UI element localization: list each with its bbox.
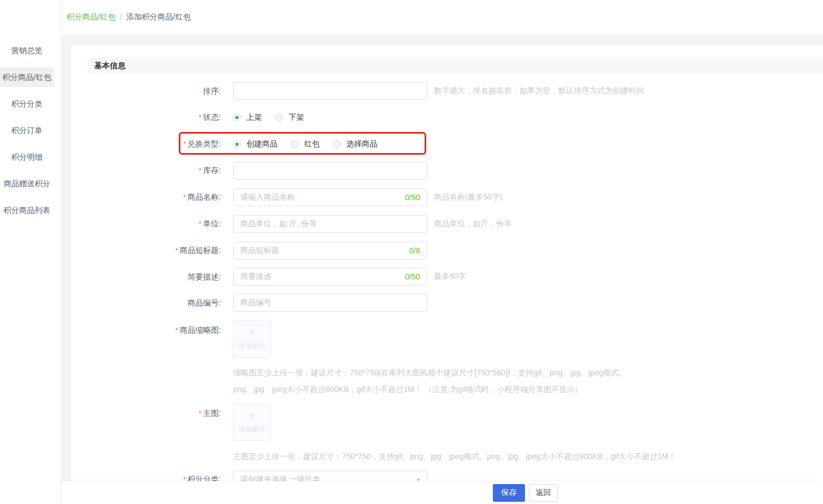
thumbnail-upload-button[interactable]: + 添加图片 <box>233 320 271 358</box>
category-label: *积分分类: <box>71 470 233 481</box>
category-select[interactable]: 请创建并选择 一级分类 ▾ <box>233 471 427 482</box>
topbar: 积分商品/红包 / 添加积分商品/红包 <box>62 0 823 34</box>
sidebar-item-points-order[interactable]: 积分订单 <box>0 120 54 140</box>
product-name-input[interactable]: 请输入商品名称 0/50 <box>233 189 427 206</box>
unit-placeholder: 商品单位，如 斤..份等 <box>240 219 317 229</box>
required-asterisk: * <box>183 193 186 201</box>
radio-icon <box>333 140 341 148</box>
radio-icon <box>233 140 241 148</box>
thumbnail-row: *商品缩略图: + 添加图片 缩略图至少上传一张，建议尺寸：750*750(在单… <box>71 320 823 395</box>
stock-label: *库存: <box>71 161 233 180</box>
radio-icon <box>291 140 299 148</box>
sidebar: 营销总览 积分商品/红包 积分分类 积分订单 积分明细 商品赠送积分 积分商品列… <box>0 0 61 504</box>
exchange-type-label: *兑换类型: <box>71 135 233 153</box>
plus-icon: + <box>249 327 255 338</box>
upload-label: 添加图片 <box>239 342 265 351</box>
status-option-off-shelf[interactable]: 下架 <box>275 113 304 123</box>
brief-hint: 最多50字 <box>434 272 466 282</box>
breadcrumb-current: 添加积分商品/红包 <box>127 12 191 22</box>
sidebar-item-marketing-overview[interactable]: 营销总览 <box>0 40 54 60</box>
unit-label: *单位: <box>71 215 233 233</box>
product-no-placeholder: 商品编号 <box>240 298 271 308</box>
required-asterisk: * <box>183 140 186 148</box>
brief-label: 简要描述: <box>71 268 233 286</box>
main-image-hint: 主图至少上传一张，建议尺寸：750*750，支持gif、png、jpg、jpeg… <box>233 452 676 462</box>
required-asterisk: * <box>199 113 201 121</box>
short-title-placeholder: 商品短标题 <box>240 246 279 256</box>
required-asterisk: * <box>199 166 201 175</box>
char-counter: 0/50 <box>405 193 420 202</box>
brief-placeholder: 简要描述 <box>240 272 271 282</box>
status-radio-group: 上架 下架 <box>233 109 317 126</box>
thumbnail-hint-line1: 缩略图至少上传一张，建议尺寸：750*750(在单列大图风格中建议尺寸[750*… <box>233 368 627 378</box>
required-asterisk: * <box>199 220 201 228</box>
unit-input[interactable]: 商品单位，如 斤..份等 <box>233 215 427 233</box>
product-name-row: *商品名称: 请输入商品名称 0/50 商品名称(最多50字) <box>71 188 823 206</box>
brief-input[interactable]: 简要描述 0/50 <box>233 268 427 286</box>
exchange-type-row: *兑换类型: 创建商品 红包 选择商品 <box>71 135 823 153</box>
radio-icon <box>233 114 241 121</box>
sidebar-menu: 营销总览 积分商品/红包 积分分类 积分订单 积分明细 商品赠送积分 积分商品列… <box>0 0 60 220</box>
char-counter: 0/50 <box>405 272 420 281</box>
status-option-on-shelf[interactable]: 上架 <box>233 113 262 123</box>
required-asterisk: * <box>199 409 201 418</box>
product-no-label: 商品编号: <box>71 294 233 312</box>
status-label: *状态: <box>71 108 233 126</box>
thumbnail-upload-area: + 添加图片 缩略图至少上传一张，建议尺寸：750*750(在单列大图风格中建议… <box>233 320 627 395</box>
sidebar-item-points-category[interactable]: 积分分类 <box>0 94 54 114</box>
char-counter: 0/8 <box>410 246 420 255</box>
form-card: 基本信息 排序: 数字越大，排名越靠前，如果为空，默认排序方式为创建时间 *状态… <box>71 45 823 481</box>
exchange-option-red-packet[interactable]: 红包 <box>291 139 320 149</box>
sort-hint: 数字越大，排名越靠前，如果为空，默认排序方式为创建时间 <box>434 86 644 96</box>
upload-label: 添加图片 <box>239 425 265 434</box>
product-name-placeholder: 请输入商品名称 <box>240 192 295 202</box>
basic-info-form: 排序: 数字越大，排名越靠前，如果为空，默认排序方式为创建时间 *状态: 上架 … <box>71 82 823 481</box>
breadcrumb-parent[interactable]: 积分商品/红包 <box>67 12 115 22</box>
status-row: *状态: 上架 下架 <box>71 108 823 126</box>
unit-row: *单位: 商品单位，如 斤..份等 商品单位，如斤，份等 <box>71 215 823 233</box>
breadcrumb-separator: / <box>120 13 122 22</box>
sort-row: 排序: 数字越大，排名越靠前，如果为空，默认排序方式为创建时间 <box>71 82 823 100</box>
short-title-row: *商品短标题: 商品短标题 0/8 <box>71 241 823 259</box>
main-image-label: *主图: <box>71 403 233 419</box>
required-asterisk: * <box>175 246 178 254</box>
sort-input[interactable] <box>233 82 427 100</box>
section-title: 基本信息 <box>88 57 823 74</box>
short-title-input[interactable]: 商品短标题 0/8 <box>233 242 427 259</box>
short-title-label: *商品短标题: <box>71 241 233 259</box>
category-row: *积分分类: 请创建并选择 一级分类 ▾ <box>71 470 823 481</box>
category-placeholder: 请创建并选择 一级分类 <box>240 475 320 482</box>
thumbnail-label: *商品缩略图: <box>71 320 233 336</box>
exchange-type-radio-group: 创建商品 红包 选择商品 <box>233 135 391 153</box>
stock-row: *库存: <box>71 161 823 180</box>
sidebar-item-product-gift-points[interactable]: 商品赠送积分 <box>0 174 54 194</box>
exchange-option-create-product[interactable]: 创建商品 <box>233 139 277 149</box>
brief-row: 简要描述: 简要描述 0/50 最多50字 <box>71 268 823 286</box>
thumbnail-hint-line2: png、jpg、jpeg大小不超过800KB，gif大小不超过1M！ （注意:为… <box>233 385 627 395</box>
product-no-row: 商品编号: 商品编号 <box>71 294 823 312</box>
product-name-label: *商品名称: <box>71 188 233 206</box>
stock-input[interactable] <box>233 162 427 180</box>
footer-bar: 保存 返回 <box>62 481 823 504</box>
product-name-hint: 商品名称(最多50字) <box>434 192 502 202</box>
product-no-input[interactable]: 商品编号 <box>233 294 427 312</box>
required-asterisk: * <box>175 326 178 334</box>
main-image-row: *主图: + 添加图片 主图至少上传一张，建议尺寸：750*750，支持gif、… <box>71 403 823 462</box>
main-image-upload-button[interactable]: + 添加图片 <box>233 403 271 441</box>
sidebar-item-points-product-redpacket[interactable]: 积分商品/红包 <box>0 67 54 87</box>
sidebar-item-points-product-list[interactable]: 积分商品列表 <box>0 200 54 220</box>
required-asterisk: * <box>183 475 186 481</box>
sidebar-item-points-detail[interactable]: 积分明细 <box>0 147 54 167</box>
radio-icon <box>275 114 283 121</box>
exchange-option-select-product[interactable]: 选择商品 <box>333 139 377 149</box>
save-button[interactable]: 保存 <box>493 484 525 502</box>
unit-hint: 商品单位，如斤，份等 <box>434 219 512 229</box>
main-image-upload-area: + 添加图片 主图至少上传一张，建议尺寸：750*750，支持gif、png、j… <box>233 403 676 462</box>
sort-label: 排序: <box>71 82 233 100</box>
back-button[interactable]: 返回 <box>529 484 558 502</box>
plus-icon: + <box>249 410 255 421</box>
chevron-down-icon: ▾ <box>417 476 420 482</box>
